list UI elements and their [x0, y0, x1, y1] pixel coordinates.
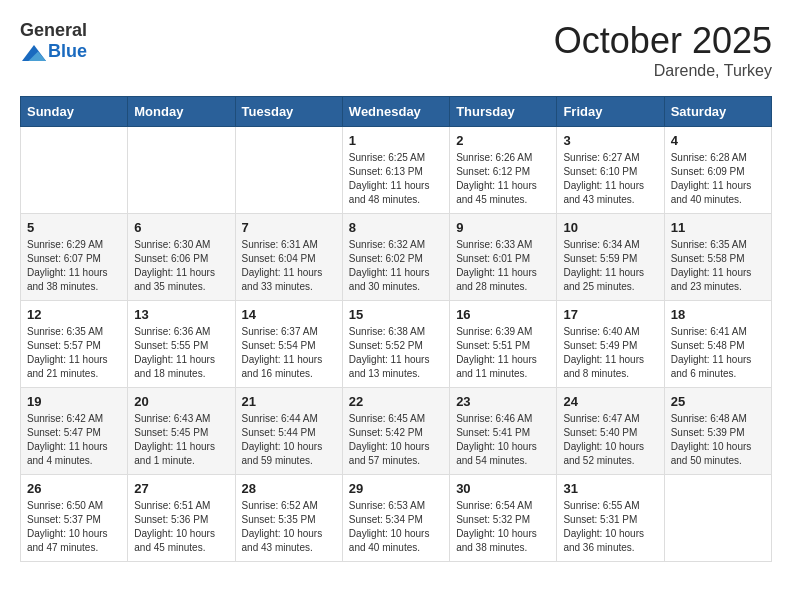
day-number: 2: [456, 133, 550, 148]
cell-info: Sunrise: 6:43 AM Sunset: 5:45 PM Dayligh…: [134, 412, 228, 468]
day-number: 7: [242, 220, 336, 235]
calendar-cell: 31Sunrise: 6:55 AM Sunset: 5:31 PM Dayli…: [557, 475, 664, 562]
cell-info: Sunrise: 6:26 AM Sunset: 6:12 PM Dayligh…: [456, 151, 550, 207]
weekday-header-saturday: Saturday: [664, 97, 771, 127]
day-number: 25: [671, 394, 765, 409]
day-number: 24: [563, 394, 657, 409]
cell-info: Sunrise: 6:47 AM Sunset: 5:40 PM Dayligh…: [563, 412, 657, 468]
calendar-cell: 30Sunrise: 6:54 AM Sunset: 5:32 PM Dayli…: [450, 475, 557, 562]
calendar-cell: [235, 127, 342, 214]
calendar-cell: 19Sunrise: 6:42 AM Sunset: 5:47 PM Dayli…: [21, 388, 128, 475]
day-number: 16: [456, 307, 550, 322]
calendar-cell: 22Sunrise: 6:45 AM Sunset: 5:42 PM Dayli…: [342, 388, 449, 475]
weekday-header-tuesday: Tuesday: [235, 97, 342, 127]
day-number: 17: [563, 307, 657, 322]
calendar-cell: 15Sunrise: 6:38 AM Sunset: 5:52 PM Dayli…: [342, 301, 449, 388]
day-number: 4: [671, 133, 765, 148]
day-number: 21: [242, 394, 336, 409]
calendar-cell: 7Sunrise: 6:31 AM Sunset: 6:04 PM Daylig…: [235, 214, 342, 301]
day-number: 20: [134, 394, 228, 409]
cell-info: Sunrise: 6:46 AM Sunset: 5:41 PM Dayligh…: [456, 412, 550, 468]
weekday-header-thursday: Thursday: [450, 97, 557, 127]
calendar-cell: 27Sunrise: 6:51 AM Sunset: 5:36 PM Dayli…: [128, 475, 235, 562]
cell-info: Sunrise: 6:35 AM Sunset: 5:58 PM Dayligh…: [671, 238, 765, 294]
calendar-cell: 5Sunrise: 6:29 AM Sunset: 6:07 PM Daylig…: [21, 214, 128, 301]
title-block: October 2025 Darende, Turkey: [554, 20, 772, 80]
cell-info: Sunrise: 6:40 AM Sunset: 5:49 PM Dayligh…: [563, 325, 657, 381]
weekday-header-friday: Friday: [557, 97, 664, 127]
day-number: 30: [456, 481, 550, 496]
logo: General Blue: [20, 20, 87, 65]
cell-info: Sunrise: 6:48 AM Sunset: 5:39 PM Dayligh…: [671, 412, 765, 468]
weekday-header-monday: Monday: [128, 97, 235, 127]
day-number: 22: [349, 394, 443, 409]
day-number: 11: [671, 220, 765, 235]
cell-info: Sunrise: 6:37 AM Sunset: 5:54 PM Dayligh…: [242, 325, 336, 381]
cell-info: Sunrise: 6:52 AM Sunset: 5:35 PM Dayligh…: [242, 499, 336, 555]
calendar-cell: 14Sunrise: 6:37 AM Sunset: 5:54 PM Dayli…: [235, 301, 342, 388]
calendar-cell: 26Sunrise: 6:50 AM Sunset: 5:37 PM Dayli…: [21, 475, 128, 562]
cell-info: Sunrise: 6:50 AM Sunset: 5:37 PM Dayligh…: [27, 499, 121, 555]
calendar-cell: 20Sunrise: 6:43 AM Sunset: 5:45 PM Dayli…: [128, 388, 235, 475]
weekday-header-row: SundayMondayTuesdayWednesdayThursdayFrid…: [21, 97, 772, 127]
page-header: General Blue October 2025 Darende, Turke…: [20, 20, 772, 80]
cell-info: Sunrise: 6:36 AM Sunset: 5:55 PM Dayligh…: [134, 325, 228, 381]
calendar-cell: 21Sunrise: 6:44 AM Sunset: 5:44 PM Dayli…: [235, 388, 342, 475]
logo-icon: [22, 41, 46, 65]
calendar-cell: 11Sunrise: 6:35 AM Sunset: 5:58 PM Dayli…: [664, 214, 771, 301]
cell-info: Sunrise: 6:51 AM Sunset: 5:36 PM Dayligh…: [134, 499, 228, 555]
cell-info: Sunrise: 6:41 AM Sunset: 5:48 PM Dayligh…: [671, 325, 765, 381]
calendar-cell: 17Sunrise: 6:40 AM Sunset: 5:49 PM Dayli…: [557, 301, 664, 388]
cell-info: Sunrise: 6:27 AM Sunset: 6:10 PM Dayligh…: [563, 151, 657, 207]
cell-info: Sunrise: 6:38 AM Sunset: 5:52 PM Dayligh…: [349, 325, 443, 381]
calendar-cell: 28Sunrise: 6:52 AM Sunset: 5:35 PM Dayli…: [235, 475, 342, 562]
calendar-cell: 25Sunrise: 6:48 AM Sunset: 5:39 PM Dayli…: [664, 388, 771, 475]
logo-text: General Blue: [20, 20, 87, 65]
day-number: 27: [134, 481, 228, 496]
calendar-week-1: 1Sunrise: 6:25 AM Sunset: 6:13 PM Daylig…: [21, 127, 772, 214]
calendar-cell: 16Sunrise: 6:39 AM Sunset: 5:51 PM Dayli…: [450, 301, 557, 388]
day-number: 6: [134, 220, 228, 235]
calendar-cell: 4Sunrise: 6:28 AM Sunset: 6:09 PM Daylig…: [664, 127, 771, 214]
month-title: October 2025: [554, 20, 772, 62]
cell-info: Sunrise: 6:34 AM Sunset: 5:59 PM Dayligh…: [563, 238, 657, 294]
day-number: 19: [27, 394, 121, 409]
calendar-week-4: 19Sunrise: 6:42 AM Sunset: 5:47 PM Dayli…: [21, 388, 772, 475]
day-number: 12: [27, 307, 121, 322]
day-number: 18: [671, 307, 765, 322]
cell-info: Sunrise: 6:32 AM Sunset: 6:02 PM Dayligh…: [349, 238, 443, 294]
day-number: 1: [349, 133, 443, 148]
calendar-cell: [664, 475, 771, 562]
calendar-cell: 10Sunrise: 6:34 AM Sunset: 5:59 PM Dayli…: [557, 214, 664, 301]
calendar-cell: [128, 127, 235, 214]
calendar-cell: 2Sunrise: 6:26 AM Sunset: 6:12 PM Daylig…: [450, 127, 557, 214]
day-number: 26: [27, 481, 121, 496]
calendar-cell: 12Sunrise: 6:35 AM Sunset: 5:57 PM Dayli…: [21, 301, 128, 388]
calendar-cell: 3Sunrise: 6:27 AM Sunset: 6:10 PM Daylig…: [557, 127, 664, 214]
day-number: 23: [456, 394, 550, 409]
day-number: 14: [242, 307, 336, 322]
weekday-header-sunday: Sunday: [21, 97, 128, 127]
calendar-cell: 18Sunrise: 6:41 AM Sunset: 5:48 PM Dayli…: [664, 301, 771, 388]
calendar-week-5: 26Sunrise: 6:50 AM Sunset: 5:37 PM Dayli…: [21, 475, 772, 562]
day-number: 5: [27, 220, 121, 235]
cell-info: Sunrise: 6:30 AM Sunset: 6:06 PM Dayligh…: [134, 238, 228, 294]
calendar-cell: 1Sunrise: 6:25 AM Sunset: 6:13 PM Daylig…: [342, 127, 449, 214]
calendar-cell: 9Sunrise: 6:33 AM Sunset: 6:01 PM Daylig…: [450, 214, 557, 301]
cell-info: Sunrise: 6:45 AM Sunset: 5:42 PM Dayligh…: [349, 412, 443, 468]
calendar-cell: 13Sunrise: 6:36 AM Sunset: 5:55 PM Dayli…: [128, 301, 235, 388]
calendar-week-2: 5Sunrise: 6:29 AM Sunset: 6:07 PM Daylig…: [21, 214, 772, 301]
calendar-cell: 23Sunrise: 6:46 AM Sunset: 5:41 PM Dayli…: [450, 388, 557, 475]
cell-info: Sunrise: 6:55 AM Sunset: 5:31 PM Dayligh…: [563, 499, 657, 555]
calendar-cell: 29Sunrise: 6:53 AM Sunset: 5:34 PM Dayli…: [342, 475, 449, 562]
calendar-cell: 6Sunrise: 6:30 AM Sunset: 6:06 PM Daylig…: [128, 214, 235, 301]
cell-info: Sunrise: 6:29 AM Sunset: 6:07 PM Dayligh…: [27, 238, 121, 294]
calendar-table: SundayMondayTuesdayWednesdayThursdayFrid…: [20, 96, 772, 562]
day-number: 13: [134, 307, 228, 322]
cell-info: Sunrise: 6:33 AM Sunset: 6:01 PM Dayligh…: [456, 238, 550, 294]
day-number: 8: [349, 220, 443, 235]
cell-info: Sunrise: 6:35 AM Sunset: 5:57 PM Dayligh…: [27, 325, 121, 381]
cell-info: Sunrise: 6:25 AM Sunset: 6:13 PM Dayligh…: [349, 151, 443, 207]
weekday-header-wednesday: Wednesday: [342, 97, 449, 127]
day-number: 3: [563, 133, 657, 148]
